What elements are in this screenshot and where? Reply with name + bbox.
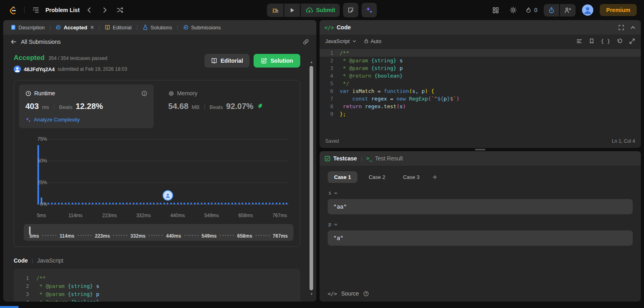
runtime-bar[interactable] bbox=[173, 203, 175, 204]
runtime-bar[interactable] bbox=[51, 203, 53, 204]
tab-test-result[interactable]: >_ Test Result bbox=[366, 155, 403, 162]
runtime-bar[interactable] bbox=[65, 203, 66, 204]
language-selector[interactable]: JavaScript bbox=[325, 38, 357, 44]
runtime-bar[interactable] bbox=[109, 203, 111, 204]
runtime-bar[interactable] bbox=[126, 203, 128, 204]
add-case-button[interactable] bbox=[431, 173, 439, 181]
runtime-bar[interactable] bbox=[122, 203, 124, 204]
runtime-bar[interactable] bbox=[272, 203, 274, 204]
testcase-param-input[interactable]: "a" bbox=[328, 230, 633, 246]
shuffle-icon[interactable] bbox=[114, 4, 126, 16]
runtime-bar[interactable] bbox=[265, 203, 267, 204]
close-tab-icon[interactable]: × bbox=[91, 24, 94, 31]
runtime-bar[interactable] bbox=[262, 203, 264, 204]
runtime-bar[interactable] bbox=[218, 203, 219, 204]
runtime-bar[interactable] bbox=[140, 203, 141, 204]
editorial-button[interactable]: Editorial bbox=[204, 54, 250, 68]
code-editor-textarea[interactable]: 1/**2 * @param {string} s3 * @param {str… bbox=[320, 47, 641, 134]
runtime-bar[interactable] bbox=[102, 203, 104, 204]
runtime-bar[interactable] bbox=[184, 203, 185, 204]
submit-button[interactable]: Submit bbox=[300, 4, 340, 17]
runtime-bar[interactable] bbox=[170, 203, 172, 204]
tab-solutions[interactable]: Solutions bbox=[139, 23, 175, 33]
runtime-range-slider[interactable]: 5ms114ms223ms332ms440ms549ms658ms767ms bbox=[24, 224, 293, 241]
runtime-bar[interactable] bbox=[95, 203, 97, 204]
runtime-bar[interactable] bbox=[204, 203, 206, 204]
source-link[interactable]: Source bbox=[341, 290, 359, 297]
debug-button[interactable] bbox=[267, 4, 283, 17]
runtime-bar[interactable] bbox=[208, 203, 209, 204]
runtime-bar[interactable] bbox=[255, 203, 257, 204]
memory-stat-card[interactable]: Memory 54.68 MB Beats 92.07% bbox=[154, 84, 269, 128]
runtime-bar[interactable] bbox=[228, 203, 229, 204]
tab-description[interactable]: Description bbox=[7, 23, 48, 33]
runtime-bar[interactable] bbox=[147, 203, 148, 204]
runtime-bar[interactable] bbox=[119, 203, 121, 204]
auto-save-toggle[interactable]: Auto bbox=[364, 38, 382, 44]
runtime-bar[interactable] bbox=[221, 203, 223, 204]
runtime-bar[interactable] bbox=[211, 203, 213, 204]
reset-code-icon[interactable] bbox=[617, 38, 623, 44]
runtime-bar[interactable] bbox=[150, 203, 151, 204]
braces-icon[interactable]: { } bbox=[601, 38, 610, 44]
problem-list-label[interactable]: Problem List bbox=[45, 7, 80, 13]
runtime-bar[interactable] bbox=[157, 203, 158, 204]
ai-sparkles-button[interactable] bbox=[362, 3, 377, 17]
runtime-bar[interactable] bbox=[68, 203, 70, 204]
layout-grid-icon[interactable] bbox=[490, 4, 501, 16]
scroll-up-arrow[interactable]: ▲ bbox=[310, 60, 314, 64]
runtime-bar[interactable] bbox=[54, 203, 56, 204]
premium-button[interactable]: Premium bbox=[600, 4, 637, 16]
prev-problem-icon[interactable] bbox=[84, 4, 95, 16]
runtime-bar[interactable] bbox=[92, 203, 93, 204]
runtime-bar[interactable] bbox=[258, 203, 260, 204]
my-submission-marker[interactable] bbox=[163, 190, 173, 201]
next-problem-icon[interactable] bbox=[99, 4, 110, 16]
runtime-bar[interactable] bbox=[194, 203, 196, 204]
runtime-bar[interactable] bbox=[248, 203, 250, 204]
fullscreen-icon[interactable] bbox=[618, 25, 624, 31]
runtime-bar[interactable] bbox=[190, 203, 192, 204]
runtime-bar[interactable] bbox=[61, 203, 63, 204]
tab-submissions[interactable]: Submissions bbox=[180, 23, 224, 33]
runtime-bar[interactable] bbox=[276, 203, 277, 204]
runtime-bar[interactable] bbox=[201, 203, 202, 204]
runtime-bar[interactable] bbox=[37, 145, 39, 204]
runtime-bar[interactable] bbox=[238, 203, 240, 204]
runtime-stat-card[interactable]: Runtime 403 ms Beats 12.28% bbox=[19, 84, 154, 128]
solution-button[interactable]: Solution bbox=[254, 54, 300, 68]
submitted-code-block[interactable]: 1/**2 * @param {string} s3 * @param {str… bbox=[14, 269, 300, 302]
collapse-chevron-up-icon[interactable] bbox=[630, 25, 636, 31]
runtime-bar[interactable] bbox=[242, 203, 243, 204]
submission-detail-scroll-area[interactable]: Accepted 354 / 354 testcases passed 48JF… bbox=[3, 49, 316, 302]
help-question-icon[interactable] bbox=[363, 291, 369, 297]
runtime-bar[interactable] bbox=[82, 203, 83, 204]
runtime-bar[interactable] bbox=[143, 203, 144, 204]
testcase-param-input[interactable]: "aa" bbox=[328, 199, 633, 214]
runtime-bar[interactable] bbox=[286, 203, 287, 204]
case-tab-2[interactable]: Case 2 bbox=[362, 171, 392, 183]
runtime-bar[interactable] bbox=[75, 203, 76, 204]
run-button[interactable] bbox=[283, 4, 300, 17]
runtime-bar[interactable] bbox=[89, 203, 90, 204]
settings-gear-icon[interactable] bbox=[508, 4, 519, 16]
timer-button[interactable] bbox=[544, 4, 559, 16]
runtime-bar[interactable] bbox=[177, 203, 179, 204]
runtime-bar[interactable] bbox=[99, 203, 100, 204]
bookmark-icon[interactable] bbox=[589, 38, 594, 44]
runtime-bar[interactable] bbox=[72, 203, 73, 204]
runtime-bar[interactable] bbox=[252, 203, 254, 204]
runtime-bar[interactable] bbox=[129, 203, 131, 204]
submitter-username[interactable]: 48JFdYq2A4 bbox=[24, 66, 55, 72]
runtime-bar[interactable] bbox=[160, 203, 161, 204]
scroll-down-arrow[interactable]: ▼ bbox=[310, 292, 314, 296]
runtime-bar[interactable] bbox=[283, 203, 284, 204]
case-tab-1[interactable]: Case 1 bbox=[328, 171, 357, 183]
runtime-bar[interactable] bbox=[112, 203, 114, 204]
runtime-bar[interactable] bbox=[116, 203, 117, 204]
streak-counter[interactable]: 0 bbox=[525, 7, 537, 14]
runtime-bar[interactable] bbox=[197, 203, 199, 204]
runtime-bar[interactable] bbox=[235, 203, 236, 204]
runtime-bar[interactable] bbox=[187, 203, 189, 204]
runtime-bar[interactable] bbox=[167, 203, 168, 204]
